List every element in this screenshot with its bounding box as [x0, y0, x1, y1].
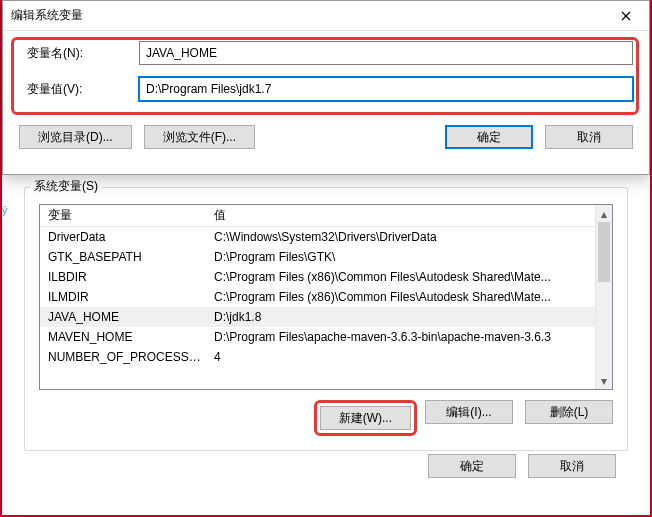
cell-var: DriverData [40, 230, 210, 244]
browse-file-button[interactable]: 浏览文件(F)... [144, 125, 255, 149]
titlebar: 编辑系统变量 [3, 1, 649, 31]
scroll-thumb[interactable] [598, 222, 610, 282]
variable-name-label: 变量名(N): [19, 45, 139, 62]
parent-ok-button[interactable]: 确定 [428, 454, 516, 478]
system-variables-section: 系统变量(S) 变量 值 DriverDataC:\Windows\System… [24, 170, 628, 451]
system-variables-group: 变量 值 DriverDataC:\Windows\System32\Drive… [24, 187, 628, 451]
variable-name-input[interactable] [139, 41, 633, 65]
dialog-button-row: 浏览目录(D)... 浏览文件(F)... 确定 取消 [3, 125, 649, 161]
cell-var: MAVEN_HOME [40, 330, 210, 344]
highlight-rect-new: 新建(W)... [314, 400, 417, 436]
scrollbar[interactable]: ▴ ▾ [595, 205, 612, 389]
cell-var: NUMBER_OF_PROCESSORS [40, 350, 210, 364]
edit-button[interactable]: 编辑(I)... [425, 400, 513, 424]
table-row[interactable]: NUMBER_OF_PROCESSORS4 [40, 347, 612, 367]
column-header-value[interactable]: 值 [210, 207, 612, 224]
delete-button[interactable]: 删除(L) [525, 400, 613, 424]
cell-var: GTK_BASEPATH [40, 250, 210, 264]
dialog-body: 变量名(N): 变量值(V): [3, 31, 649, 125]
column-header-variable[interactable]: 变量 [40, 207, 210, 224]
parent-cancel-button[interactable]: 取消 [528, 454, 616, 478]
scroll-up-icon[interactable]: ▴ [596, 205, 612, 222]
table-row[interactable]: ILMDIRC:\Program Files (x86)\Common File… [40, 287, 612, 307]
system-variables-list[interactable]: 变量 值 DriverDataC:\Windows\System32\Drive… [39, 204, 613, 390]
row-name: 变量名(N): [19, 41, 633, 65]
cancel-button[interactable]: 取消 [545, 125, 633, 149]
table-row-selected[interactable]: JAVA_HOMED:\jdk1.8 [40, 307, 612, 327]
dialog-title: 编辑系统变量 [11, 7, 83, 24]
browse-directory-button[interactable]: 浏览目录(D)... [19, 125, 132, 149]
cell-val: C:\Program Files (x86)\Common Files\Auto… [210, 270, 612, 284]
cell-val: C:\Program Files (x86)\Common Files\Auto… [210, 290, 612, 304]
system-variables-group-label: 系统变量(S) [30, 178, 102, 195]
variable-value-input[interactable] [139, 77, 633, 101]
list-body: DriverDataC:\Windows\System32\Drivers\Dr… [40, 227, 612, 367]
cell-var: ILMDIR [40, 290, 210, 304]
row-value: 变量值(V): [19, 77, 633, 101]
scroll-down-icon[interactable]: ▾ [596, 372, 612, 389]
close-icon [621, 11, 631, 21]
cell-var: ILBDIR [40, 270, 210, 284]
close-button[interactable] [603, 1, 649, 31]
table-row[interactable]: ILBDIRC:\Program Files (x86)\Common File… [40, 267, 612, 287]
new-button[interactable]: 新建(W)... [320, 406, 411, 430]
list-header: 变量 值 [40, 205, 612, 227]
side-glyph: ŷ [2, 204, 8, 216]
table-row[interactable]: DriverDataC:\Windows\System32\Drivers\Dr… [40, 227, 612, 247]
cell-val: D:\Program Files\apache-maven-3.6.3-bin\… [210, 330, 612, 344]
cell-val: D:\jdk1.8 [210, 310, 612, 324]
parent-button-row: 确定 取消 [428, 454, 616, 478]
window-root: { "dialog": { "title": "编辑系统变量", "name_l… [0, 0, 652, 517]
table-row[interactable]: GTK_BASEPATHD:\Program Files\GTK\ [40, 247, 612, 267]
variable-value-label: 变量值(V): [19, 81, 139, 98]
edit-variable-dialog: 编辑系统变量 变量名(N): 变量值(V): 浏览目录(D)... 浏览文件(F… [2, 0, 650, 175]
cell-var: JAVA_HOME [40, 310, 210, 324]
cell-val: 4 [210, 350, 612, 364]
ok-button[interactable]: 确定 [445, 125, 533, 149]
cell-val: C:\Windows\System32\Drivers\DriverData [210, 230, 612, 244]
table-row[interactable]: MAVEN_HOMED:\Program Files\apache-maven-… [40, 327, 612, 347]
list-button-row: 新建(W)... 编辑(I)... 删除(L) [39, 400, 613, 436]
cell-val: D:\Program Files\GTK\ [210, 250, 612, 264]
